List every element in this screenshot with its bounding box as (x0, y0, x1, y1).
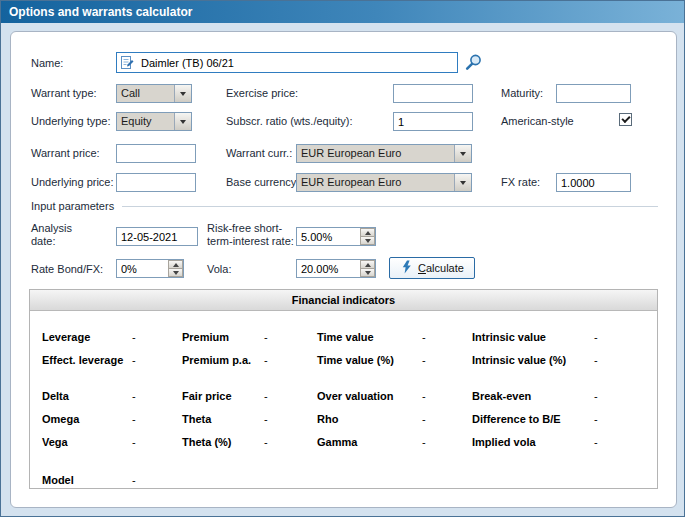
indicator-gamma: Gamma- (317, 436, 472, 448)
section-divider-line (122, 206, 658, 207)
indicator-theta-pct: Theta (%)- (182, 436, 317, 448)
search-icon[interactable] (464, 53, 483, 72)
chevron-down-icon[interactable] (174, 113, 191, 130)
warrant-price-input[interactable] (116, 144, 196, 163)
calculate-flash-icon (400, 260, 413, 276)
risk-free-rate-spinner[interactable] (296, 227, 376, 246)
spinner-buttons[interactable] (168, 260, 183, 277)
indicator-value: - (594, 390, 598, 402)
indicator-rho: Rho- (317, 413, 472, 425)
spinner-buttons[interactable] (360, 228, 375, 245)
input-parameters-section: Input parameters (31, 200, 658, 212)
warrant-curr-value: EUR European Euro (297, 145, 454, 162)
spin-down-icon[interactable] (360, 269, 375, 277)
indicator-label: Model (42, 474, 132, 486)
underlying-type-select[interactable]: Equity (116, 112, 192, 131)
indicator-value: - (422, 390, 426, 402)
calculator-panel: Name: Warrant type: Call (10, 31, 677, 508)
indicator-label: Effect. leverage (42, 354, 132, 366)
indicator-label: Premium (182, 331, 264, 343)
american-style-checkbox[interactable] (619, 113, 632, 126)
indicator-effect-leverage: Effect. leverage- (42, 354, 182, 366)
chevron-down-icon[interactable] (454, 174, 471, 191)
indicator-value: - (264, 390, 268, 402)
indicator-value: - (594, 331, 598, 343)
indicator-intrinsic-value: Intrinsic value- (472, 331, 657, 343)
vola-input[interactable] (297, 260, 360, 277)
indicator-theta: Theta- (182, 413, 317, 425)
maturity-input[interactable] (556, 84, 631, 103)
american-style-label: American-style (501, 115, 574, 127)
spin-down-icon[interactable] (360, 237, 375, 245)
chevron-down-icon[interactable] (174, 85, 191, 102)
instrument-icon (120, 55, 134, 70)
indicator-time-value-pct: Time value (%)- (317, 354, 472, 366)
indicator-intrinsic-value-pct: Intrinsic value (%)- (472, 354, 657, 366)
indicator-row: Leverage- Premium- Time value- Intrinsic… (42, 325, 657, 348)
indicator-time-value: Time value- (317, 331, 472, 343)
indicator-value: - (594, 354, 598, 366)
spin-up-icon[interactable] (168, 260, 183, 269)
spinner-buttons[interactable] (360, 260, 375, 277)
risk-free-rate-label: Risk-free short- term-interest rate: (207, 222, 294, 248)
underlying-price-label: Underlying price: (31, 176, 114, 188)
underlying-type-label: Underlying type: (31, 115, 111, 127)
indicator-value: - (264, 436, 268, 448)
indicator-break-even: Break-even- (472, 390, 657, 402)
input-parameters-label: Input parameters (31, 200, 114, 212)
warrant-type-select[interactable]: Call (116, 84, 192, 103)
indicator-label: Time value (317, 331, 422, 343)
indicator-value: - (422, 413, 426, 425)
exercise-price-input[interactable] (393, 84, 473, 103)
risk-free-rate-input[interactable] (297, 228, 360, 245)
risk-free-rate-label-line2: term-interest rate: (207, 235, 294, 248)
indicator-row: Omega- Theta- Rho- Difference to B/E- (42, 407, 657, 430)
indicator-label: Premium p.a. (182, 354, 264, 366)
indicator-value: - (264, 413, 268, 425)
spin-down-icon[interactable] (168, 269, 183, 277)
fx-rate-label: FX rate: (501, 176, 540, 188)
financial-indicators-panel: Financial indicators Leverage- Premium- … (29, 289, 658, 489)
indicator-implied-vola: Implied vola- (472, 436, 657, 448)
indicator-row: Effect. leverage- Premium p.a.- Time val… (42, 348, 657, 371)
vola-spinner[interactable] (296, 259, 376, 278)
indicator-difference-to-be: Difference to B/E- (472, 413, 657, 425)
indicator-row: Vega- Theta (%)- Gamma- Implied vola- (42, 430, 657, 453)
indicator-value: - (422, 354, 426, 366)
name-field (116, 52, 458, 73)
indicator-delta: Delta- (42, 390, 182, 402)
analysis-date-input[interactable] (116, 227, 198, 246)
name-input[interactable] (116, 52, 458, 73)
title-bar: Options and warrants calculator (1, 1, 684, 23)
rate-bond-fx-spinner[interactable] (116, 259, 184, 278)
indicator-value: - (132, 436, 136, 448)
name-label: Name: (31, 57, 63, 69)
warrant-curr-select[interactable]: EUR European Euro (296, 144, 472, 163)
vola-label: Vola: (207, 263, 231, 275)
indicator-row: Model- (42, 468, 657, 491)
warrant-type-value: Call (117, 85, 174, 102)
base-currency-select[interactable]: EUR European Euro (296, 173, 472, 192)
indicator-label: Intrinsic value (%) (472, 354, 594, 366)
indicator-fair-price: Fair price- (182, 390, 317, 402)
chevron-down-icon[interactable] (454, 145, 471, 162)
indicator-label: Time value (%) (317, 354, 422, 366)
spin-up-icon[interactable] (360, 228, 375, 237)
indicator-label: Delta (42, 390, 132, 402)
calculate-button[interactable]: Calculate (389, 257, 475, 279)
rate-bond-fx-input[interactable] (117, 260, 168, 277)
fx-rate-input[interactable] (556, 173, 631, 192)
indicator-value: - (132, 390, 136, 402)
indicator-over-valuation: Over valuation- (317, 390, 472, 402)
subscr-ratio-input[interactable] (393, 112, 473, 131)
indicator-model: Model- (42, 474, 182, 486)
warrant-type-label: Warrant type: (31, 87, 97, 99)
underlying-price-input[interactable] (116, 173, 196, 192)
indicator-label: Break-even (472, 390, 594, 402)
options-warrants-calculator-window: Options and warrants calculator Name: (0, 0, 685, 517)
spin-up-icon[interactable] (360, 260, 375, 269)
indicator-value: - (132, 474, 136, 486)
indicator-label: Intrinsic value (472, 331, 594, 343)
indicator-premium: Premium- (182, 331, 317, 343)
indicator-leverage: Leverage- (42, 331, 182, 343)
